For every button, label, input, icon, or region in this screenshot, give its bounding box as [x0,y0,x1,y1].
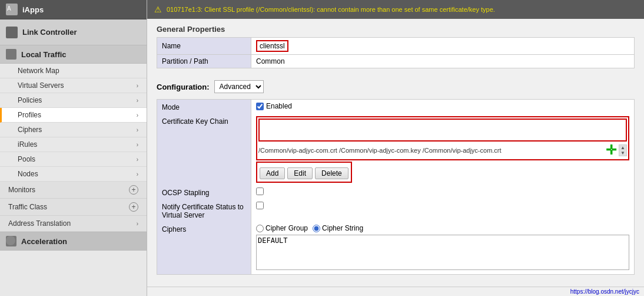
edit-button[interactable]: Edit [287,167,313,179]
enabled-label: Enabled [266,102,292,110]
cipher-string-radio[interactable] [313,225,320,232]
sidebar-item-virtual-servers[interactable]: Virtual Servers › [0,78,147,93]
mode-row: Mode Enabled [157,100,635,114]
sidebar-item-traffic-class[interactable]: Traffic Class + [0,199,147,216]
sidebar-item-policies[interactable]: Policies › [0,93,147,108]
profiles-label: Profiles [18,111,137,119]
ocsp-row: OCSP Stapling [157,185,635,199]
partition-label: Partition / Path [157,55,251,68]
url-bar: https://blog.osdn.net/jycjyc [147,287,644,296]
action-buttons: Add Edit Delete [260,167,348,179]
warning-message: 010717e1:3: Client SSL profile (/Common/… [167,6,495,13]
enabled-checkbox[interactable] [256,103,264,110]
cert-path-area: /Common/vip-adjyc-com.crt /Common/vip-ad… [258,119,627,158]
link-controller-label: Link Controller [22,28,77,37]
cipher-string-radio-label[interactable]: Cipher String [313,224,363,232]
local-traffic-section[interactable]: Local Traffic [0,45,147,64]
name-row: Name clientssl [157,38,635,55]
acceleration-icon [6,236,16,246]
scrollbar[interactable]: ▲ ▼ [619,144,627,156]
svg-rect-2 [7,28,16,37]
notify-checkbox[interactable] [256,202,264,209]
link-controller-icon [6,27,18,38]
sidebar-item-nodes[interactable]: Nodes › [0,167,147,182]
cipher-textarea[interactable]: DEFAULT [256,235,629,270]
traffic-class-plus-icon[interactable]: + [129,202,138,212]
ocsp-value [251,185,635,199]
notify-checkbox-cell [256,202,629,209]
arrow-icon: › [137,171,138,177]
enabled-checkbox-label[interactable]: Enabled [256,102,292,110]
iapps-section[interactable]: A iApps [0,0,147,19]
cert-key-chain-row: Certificate Key Chain /Common/vip-adjyc-… [157,114,635,185]
content-area: General Properties Name clientssl Partit… [147,19,644,287]
warning-icon: ⚠ [154,5,162,14]
notify-label: Notify Certificate Status to Virtual Ser… [157,199,251,222]
general-properties-section: General Properties Name clientssl Partit… [147,19,644,80]
ocsp-checkbox-cell [256,188,629,195]
sidebar-item-profiles[interactable]: Profiles › [0,108,147,123]
local-traffic-icon [6,49,16,60]
arrow-icon: › [137,221,138,227]
link-controller-section[interactable]: Link Controller [0,19,147,45]
cipher-group-radio-label[interactable]: Cipher Group [256,224,308,232]
sidebar-item-address-translation[interactable]: Address Translation › [0,216,147,232]
general-properties-table: Name clientssl Partition / Path Common [157,37,635,68]
arrow-icon: › [137,127,138,133]
arrow-icon: › [137,112,138,119]
ciphers-label: Ciphers [157,222,251,275]
network-map-label: Network Map [18,67,138,75]
sidebar-item-ciphers[interactable]: Ciphers › [0,123,147,137]
ocsp-checkbox[interactable] [256,188,264,195]
monitors-plus-icon[interactable]: + [129,185,138,195]
ciphers-label: Ciphers [18,126,137,134]
url-text: https://blog.osdn.net/jycjyc [570,288,639,295]
sidebar-item-monitors[interactable]: Monitors + [0,182,147,199]
cert-path-input[interactable] [261,121,625,137]
svg-text:A: A [7,5,11,12]
cert-key-chain-label: Certificate Key Chain [157,114,251,185]
irules-label: iRules [18,140,137,149]
arrow-icon: › [137,142,138,148]
name-value-text: clientssl [256,40,288,52]
sidebar-item-pools[interactable]: Pools › [0,152,147,167]
ocsp-label: OCSP Stapling [157,185,251,199]
acceleration-section[interactable]: Acceleration [0,232,147,251]
green-cross-icon[interactable]: ✛ [606,143,616,158]
cert-input-red-box [258,119,627,142]
nodes-label: Nodes [18,170,137,178]
configuration-label: Configuration: [157,83,210,91]
arrow-icon: › [137,97,138,104]
arrow-icon: › [137,83,138,89]
arrow-icon: › [137,156,138,163]
sidebar-item-network-map[interactable]: Network Map [0,64,147,78]
iapps-icon: A [6,4,18,15]
cipher-group-radio[interactable] [256,225,264,232]
ciphers-value: Cipher Group Cipher String DEFAULT [251,222,635,275]
cert-path-box: /Common/vip-adjyc-com.crt /Common/vip-ad… [256,116,629,160]
sidebar: A iApps Link Controller Local Traffic Ne… [0,0,147,296]
traffic-class-label: Traffic Class [8,203,129,211]
mode-value: Enabled [251,100,635,114]
name-value: clientssl [251,38,635,55]
address-translation-label: Address Translation [8,219,137,228]
configuration-dropdown[interactable]: Basic Advanced [214,80,264,93]
cert-path-text: /Common/vip-adjyc-com.crt /Common/vip-ad… [258,147,601,154]
general-properties-title: General Properties [157,25,635,34]
pools-label: Pools [18,155,137,163]
cipher-string-label: Cipher String [322,224,363,232]
name-label: Name [157,38,251,55]
mode-label: Mode [157,100,251,114]
iapps-label: iApps [22,5,44,14]
local-traffic-label: Local Traffic [21,50,67,59]
cert-path-inner: /Common/vip-adjyc-com.crt /Common/vip-ad… [258,119,627,158]
add-button[interactable]: Add [260,167,285,179]
svg-rect-4 [6,236,15,245]
notify-row: Notify Certificate Status to Virtual Ser… [157,199,635,222]
cert-key-chain-value: /Common/vip-adjyc-com.crt /Common/vip-ad… [251,114,635,185]
delete-button[interactable]: Delete [315,167,348,179]
partition-row: Partition / Path Common [157,55,635,68]
acceleration-label: Acceleration [21,237,67,246]
mode-row-inner: Enabled [256,102,629,110]
sidebar-item-irules[interactable]: iRules › [0,137,147,152]
